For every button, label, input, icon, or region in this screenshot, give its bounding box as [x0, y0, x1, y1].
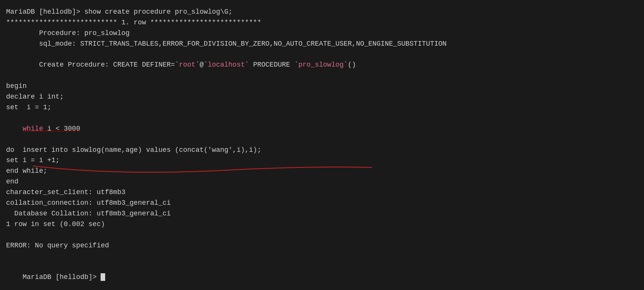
line-begin: begin	[6, 81, 638, 92]
line-set2: set i = i +1;	[6, 155, 638, 166]
final-prompt: MariaDB [hellodb]>	[6, 261, 638, 290]
terminal-window: MariaDB [hellodb]> show create procedure…	[6, 7, 638, 290]
collation-conn: collation_connection: utf8mb3_general_ci	[6, 198, 638, 209]
set-line-container: set i = i +1;	[6, 155, 638, 166]
sqlmode-label: sql_mode: STRICT_TRANS_TABLES,ERROR_FOR_…	[6, 39, 638, 49]
line-endwhile: end while;	[6, 166, 638, 177]
command-line: MariaDB [hellodb]> show create procedure…	[6, 7, 638, 18]
create-procedure-line: Create Procedure: CREATE DEFINER=`root`@…	[6, 49, 638, 81]
line-declare: declare i int;	[6, 92, 638, 102]
do-line-container: do insert into slowlog(name,age) values …	[6, 145, 638, 156]
line-end: end	[6, 177, 638, 187]
line-do: do insert into slowlog(name,age) values …	[6, 145, 638, 156]
row-result: 1 row in set (0.002 sec)	[6, 219, 638, 230]
line-set1: set i = 1;	[6, 102, 638, 113]
row-separator: *************************** 1. row *****…	[6, 18, 638, 28]
empty-line2	[6, 251, 638, 261]
db-collation: Database Collation: utf8mb3_general_ci	[6, 209, 638, 219]
empty-line1	[6, 230, 638, 241]
procedure-label: Procedure: pro_slowlog	[6, 28, 638, 39]
error-line: ERROR: No query specified	[6, 241, 638, 251]
line-while: while i < 3000	[6, 113, 638, 145]
cursor	[101, 273, 105, 281]
char-set: character_set_client: utf8mb3	[6, 187, 638, 198]
